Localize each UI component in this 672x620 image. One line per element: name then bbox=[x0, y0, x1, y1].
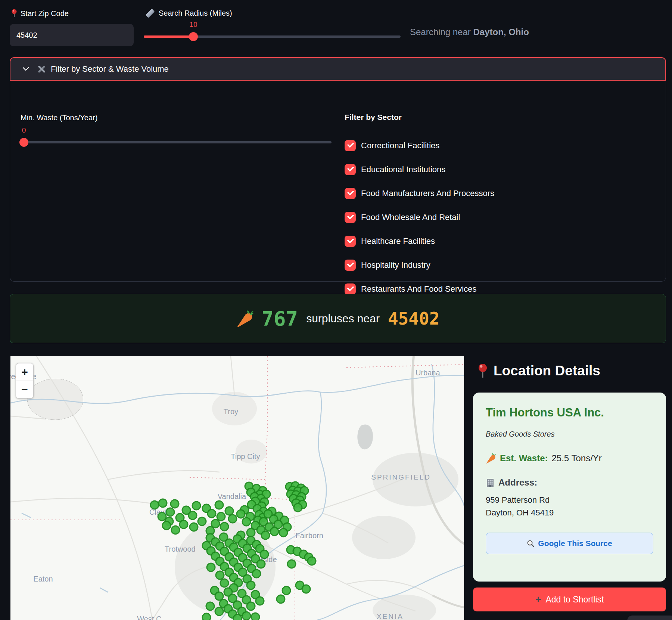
filter-expander-title: Filter by Sector & Waste Volume bbox=[37, 64, 169, 74]
location-name: Tim Hortons USA Inc. bbox=[486, 406, 653, 419]
map-marker[interactable] bbox=[214, 607, 224, 616]
min-waste-slider-track[interactable] bbox=[21, 141, 332, 143]
filter-expander: Filter by Sector & Waste Volume Min. Was… bbox=[10, 57, 666, 282]
map-marker[interactable] bbox=[242, 517, 251, 527]
map-marker[interactable] bbox=[276, 594, 286, 604]
map-marker[interactable] bbox=[220, 522, 229, 531]
map-marker[interactable] bbox=[206, 562, 216, 572]
add-to-shortlist-button[interactable]: + Add to Shortlist bbox=[473, 588, 666, 611]
map-marker[interactable] bbox=[165, 507, 175, 517]
checkbox-checked-icon[interactable] bbox=[345, 212, 356, 223]
sector-checkbox-food-manufacturers-and-processors[interactable]: Food Manufacturers And Processors bbox=[345, 188, 494, 199]
surplus-zip: 45402 bbox=[388, 309, 439, 329]
map-marker[interactable] bbox=[261, 530, 270, 540]
checkbox-checked-icon[interactable] bbox=[345, 140, 356, 151]
map-marker[interactable] bbox=[171, 525, 180, 534]
map-marker[interactable] bbox=[158, 498, 168, 508]
checkbox-label: Hospitality Industry bbox=[361, 260, 430, 270]
sector-checkbox-correctional-facilities[interactable]: Correctional Facilities bbox=[345, 140, 439, 151]
map-marker[interactable] bbox=[260, 549, 269, 559]
map-marker[interactable] bbox=[255, 596, 265, 606]
map-marker[interactable] bbox=[279, 528, 288, 537]
results-banner: 767 surpluses near 45402 bbox=[10, 294, 666, 343]
sector-checkbox-healthcare-facilities[interactable]: Healthcare Facilities bbox=[345, 236, 435, 247]
checkbox-label: Correctional Facilities bbox=[361, 141, 439, 151]
radius-slider-value: 10 bbox=[189, 21, 197, 29]
map-marker[interactable] bbox=[228, 514, 237, 523]
map-marker[interactable] bbox=[162, 521, 171, 530]
map-marker[interactable] bbox=[246, 580, 255, 590]
location-details-heading: Location Details bbox=[478, 363, 600, 379]
map-marker[interactable] bbox=[189, 523, 198, 532]
map-marker[interactable] bbox=[197, 517, 206, 526]
sector-checkbox-restaurants-and-food-services[interactable]: Restaurants And Food Services bbox=[345, 283, 476, 295]
plus-icon: + bbox=[535, 594, 541, 605]
location-details-card: Tim Hortons USA Inc. Baked Goods Stores … bbox=[473, 393, 666, 582]
map-marker[interactable] bbox=[293, 503, 303, 512]
map-marker[interactable] bbox=[192, 501, 201, 510]
map-city-label: Troy bbox=[224, 407, 238, 416]
map-marker[interactable] bbox=[287, 559, 296, 569]
map-marker[interactable] bbox=[251, 612, 260, 620]
filter-expander-header[interactable]: Filter by Sector & Waste Volume bbox=[10, 57, 666, 81]
map-city-label: Fairborn bbox=[295, 531, 323, 540]
checkbox-label: Food Wholesale And Retail bbox=[361, 213, 460, 222]
map-marker[interactable] bbox=[220, 579, 229, 588]
map-marker[interactable] bbox=[214, 500, 224, 510]
map-marker[interactable] bbox=[188, 511, 197, 520]
map-city-label: SPRINGFIELD bbox=[371, 473, 431, 481]
surplus-text: surpluses near bbox=[306, 312, 380, 325]
ruler-icon bbox=[145, 11, 155, 15]
min-waste-slider-thumb[interactable] bbox=[19, 138, 28, 147]
zoom-in-button[interactable]: + bbox=[16, 363, 33, 381]
map-marker[interactable] bbox=[270, 527, 279, 536]
map-city-label: XENIA bbox=[377, 613, 404, 620]
checkbox-checked-icon[interactable] bbox=[345, 188, 356, 199]
location-category: Baked Goods Stores bbox=[486, 430, 653, 438]
next-widget-fragment[interactable] bbox=[627, 616, 672, 620]
zip-input[interactable] bbox=[10, 24, 134, 46]
sector-checkbox-food-wholesale-and-retail[interactable]: Food Wholesale And Retail bbox=[345, 212, 460, 223]
google-source-button[interactable]: Google This Source bbox=[486, 533, 653, 554]
map-marker[interactable] bbox=[179, 520, 189, 529]
searching-near-text: Searching near Dayton, Ohio bbox=[410, 27, 529, 37]
map-marker[interactable] bbox=[256, 559, 265, 569]
round-pushpin-icon bbox=[11, 9, 17, 18]
map-marker[interactable] bbox=[302, 584, 311, 593]
radius-slider-fill bbox=[144, 35, 193, 38]
sector-heading: Filter by Sector bbox=[345, 113, 402, 122]
zoom-out-button[interactable]: − bbox=[16, 381, 33, 398]
surplus-count: 767 bbox=[262, 307, 298, 331]
radius-slider-thumb[interactable] bbox=[189, 32, 198, 41]
carrot-icon bbox=[236, 310, 253, 328]
map-city-label: West C bbox=[137, 615, 161, 620]
map[interactable]: GreenvilleUrbanaTroyTipp CitySPRINGFIELD… bbox=[10, 356, 464, 620]
radius-label: Search Radius (Miles) bbox=[145, 9, 232, 18]
map-marker[interactable] bbox=[242, 611, 251, 620]
hammer-and-wrench-icon bbox=[37, 64, 46, 74]
radius-slider[interactable]: 10 bbox=[144, 32, 401, 41]
checkbox-checked-icon[interactable] bbox=[345, 164, 356, 175]
waste-line: Est. Waste: 25.5 Tons/Yr bbox=[486, 453, 653, 464]
zip-label: Start Zip Code bbox=[11, 9, 69, 18]
checkbox-label: Restaurants And Food Services bbox=[361, 284, 476, 294]
round-pushpin-icon bbox=[478, 363, 488, 378]
min-waste-slider[interactable]: 0 bbox=[21, 137, 332, 147]
map-marker[interactable] bbox=[205, 602, 215, 611]
map-marker[interactable] bbox=[202, 613, 211, 620]
chevron-down-icon bbox=[22, 67, 29, 71]
address-line: Address: bbox=[486, 477, 653, 488]
zip-input-field[interactable] bbox=[10, 31, 122, 40]
map-marker[interactable] bbox=[252, 569, 261, 578]
checkbox-checked-icon[interactable] bbox=[345, 260, 356, 271]
map-marker[interactable] bbox=[246, 602, 255, 611]
checkbox-checked-icon[interactable] bbox=[345, 283, 356, 295]
sector-checkbox-hospitality-industry[interactable]: Hospitality Industry bbox=[345, 260, 430, 271]
checkbox-checked-icon[interactable] bbox=[345, 236, 356, 247]
sector-checkbox-educational-institutions[interactable]: Educational Institutions bbox=[345, 164, 445, 175]
map-marker[interactable] bbox=[207, 509, 217, 518]
map-marker[interactable] bbox=[307, 556, 316, 565]
waste-value: 25.5 Tons/Yr bbox=[551, 453, 601, 464]
map-city-label: Vandalia bbox=[218, 492, 246, 500]
map-marker[interactable] bbox=[281, 586, 291, 595]
